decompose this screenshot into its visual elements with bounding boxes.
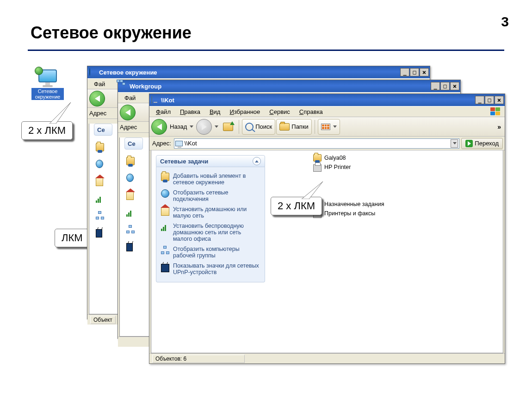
address-label: Адрес [120,124,137,131]
menu-help[interactable]: Справка [295,107,328,116]
network-icon [96,211,104,219]
chevron-down-icon[interactable] [190,125,193,128]
side-panel-header-partial[interactable]: Се [94,124,112,136]
minimize-button[interactable]: _ [400,68,409,76]
folder-share-icon [96,143,104,151]
page-number: 3 [501,14,509,30]
title-divider [28,50,504,51]
toolbar-overflow[interactable]: » [497,123,501,131]
computer-icon [175,141,183,146]
menu-file[interactable]: Файл [151,107,175,116]
menu-file-partial[interactable]: Фай [120,94,140,102]
minimize-button[interactable]: _ [475,96,484,104]
callout-doubleclick-1: 2 х ЛКМ [21,121,73,140]
menu-favorites[interactable]: Избранное [225,107,265,116]
desktop-network-places-icon[interactable]: Сетевое окружение [31,69,64,100]
upnp-icon [126,243,133,251]
status-bar: Объектов: 6 [152,355,245,363]
address-value: \\Kot [185,140,197,147]
shared-folder-icon [313,154,322,162]
menu-file-partial[interactable]: Фай [89,80,110,88]
address-input[interactable]: \\Kot [174,138,460,149]
up-button[interactable] [220,119,236,135]
callout-click: ЛКМ [55,229,90,247]
back-button[interactable] [120,105,136,120]
minimize-button[interactable]: _ [431,82,440,90]
window-title: Сетевое окружение [99,69,157,76]
network-icon [161,246,169,254]
maximize-button[interactable]: □ [440,82,450,90]
views-button[interactable] [318,119,340,135]
window-kot: \\Kot _ □ × Файл Правка Вид Избранное Се… [149,94,505,364]
forward-button[interactable] [196,119,212,135]
list-item[interactable]: Назначенные задания [313,200,384,209]
go-button[interactable]: Переход [461,138,503,149]
views-icon [321,124,330,130]
window-title: \\Kot [161,97,174,104]
slide-title: Сетевое окружение [31,23,504,43]
wireless-icon [161,223,169,231]
task-setup-home-network[interactable]: Установить домашнюю или малую сеть [160,204,261,221]
tasks-panel: Сетевые задачи Добавить новый элемент в … [156,155,265,282]
search-button[interactable]: Поиск [242,119,275,135]
upnp-icon [161,264,169,272]
task-view-workgroup[interactable]: Отобразить компьютеры рабочей группы [160,244,261,261]
list-item[interactable]: Принтеры и факсы [313,209,384,218]
network-icon [126,225,135,233]
task-show-upnp[interactable]: Показывать значки для сетевых UPnP-устро… [160,261,261,277]
home-icon [96,178,103,186]
upnp-icon [96,229,102,238]
go-arrow-icon [465,140,473,147]
callout-doubleclick-2: 2 х ЛКМ [271,197,322,215]
back-button[interactable] [151,119,167,135]
globe-icon [161,189,169,198]
menu-view[interactable]: Вид [205,107,225,116]
menu-edit[interactable]: Правка [175,107,205,116]
menu-bar: Файл Правка Вид Избранное Сервис Справка [149,106,505,117]
chevron-down-icon[interactable] [215,125,218,128]
task-setup-wireless[interactable]: Установить беспроводную домашнюю сеть ил… [160,221,261,244]
chevron-down-icon[interactable] [333,125,337,128]
menu-tools[interactable]: Сервис [265,107,295,116]
back-button[interactable] [89,91,105,106]
maximize-button[interactable]: □ [410,68,419,76]
window-title: Workgroup [130,83,161,90]
address-bar: Адрес: \\Kot Переход [149,137,505,150]
svg-marker-0 [49,102,71,124]
collapse-icon[interactable] [253,157,261,165]
back-label[interactable]: Назад [168,119,195,135]
status-bar: Объект [90,316,116,324]
close-button[interactable]: × [450,82,459,90]
globe-icon [96,160,103,168]
folder-share-icon [161,173,169,181]
toolbar: Назад Поиск Папки » [149,117,505,137]
search-icon [245,123,254,131]
task-add-network-place[interactable]: Добавить новый элемент в сетевое окружен… [160,171,261,188]
desktop-icon-label: Сетевое окружение [31,88,64,100]
address-label: Адрес: [151,140,172,147]
globe-icon [126,174,134,182]
printer-icon [313,164,322,172]
folders-button[interactable]: Папки [276,119,312,135]
tasks-panel-header[interactable]: Сетевые задачи [156,155,265,167]
svg-marker-2 [302,181,323,199]
windows-logo-icon [486,106,505,117]
titlebar[interactable]: Сетевое окружение _ □ × [87,66,430,78]
address-label: Адрес [89,110,106,117]
close-button[interactable]: × [495,96,504,104]
home-icon [126,192,134,200]
home-icon [161,207,169,216]
list-item[interactable]: Galya08 [313,153,384,162]
task-view-connections[interactable]: Отобразить сетевые подключения [160,188,261,204]
titlebar[interactable]: \\Kot _ □ × [149,94,505,106]
side-panel-header-partial[interactable]: Се [124,138,143,150]
titlebar[interactable]: Workgroup _ □ × [118,80,460,92]
list-item[interactable]: HP Printer [313,162,384,172]
close-button[interactable]: × [420,68,429,76]
maximize-button[interactable]: □ [485,96,494,104]
folder-share-icon [126,157,135,165]
address-dropdown[interactable] [451,139,458,148]
folder-icon [279,123,290,131]
